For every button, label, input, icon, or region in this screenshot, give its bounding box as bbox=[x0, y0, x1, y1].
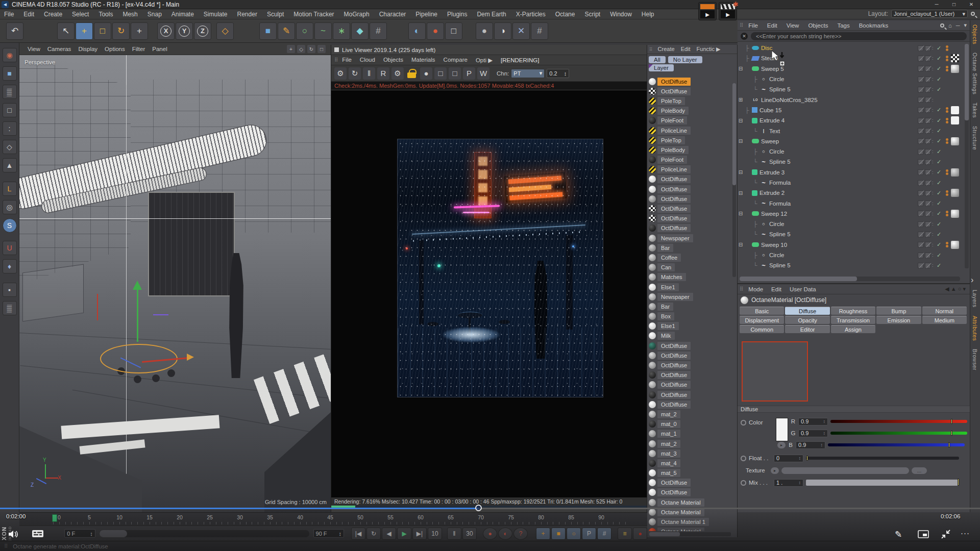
video-progress-played[interactable] bbox=[0, 508, 478, 509]
render-visibility-toggle[interactable] bbox=[925, 201, 930, 206]
transport-button[interactable]: ◐ bbox=[498, 528, 512, 540]
editor-visibility-toggle[interactable] bbox=[918, 242, 923, 247]
live-viewer-tool-icon[interactable]: R bbox=[377, 67, 389, 80]
material-menu-item[interactable]: Edit bbox=[681, 46, 691, 53]
menu-item[interactable]: Edit bbox=[23, 11, 34, 18]
material-item[interactable]: OctDiffuse bbox=[647, 360, 733, 370]
timeline-scrollbar[interactable] bbox=[100, 530, 309, 537]
texture-path-field[interactable] bbox=[781, 467, 909, 474]
enable-checkmark[interactable]: ✓ bbox=[937, 252, 943, 259]
material-item[interactable]: OctDiffuse bbox=[647, 174, 733, 184]
render-visibility-toggle[interactable] bbox=[925, 45, 930, 51]
editor-visibility-toggle[interactable] bbox=[918, 232, 923, 237]
close-button[interactable]: ✕ bbox=[963, 0, 980, 9]
panel-menu-icon[interactable]: ▾ bbox=[964, 22, 967, 29]
enable-checkmark[interactable]: ✓ bbox=[937, 138, 943, 144]
object-tree-row[interactable]: └ Spline 5 : ✓ bbox=[738, 84, 962, 94]
live-viewer-tool-icon[interactable]: ‖ bbox=[363, 67, 375, 80]
menu-item[interactable]: Window bbox=[610, 11, 632, 18]
attribute-menu-item[interactable]: User Data bbox=[790, 286, 816, 292]
miniplayer-icon[interactable] bbox=[918, 530, 929, 538]
visibility-dots[interactable]: : bbox=[932, 190, 935, 195]
object-tree-row[interactable]: ⊟ Extrude 2 : ✓ bbox=[738, 188, 962, 198]
maximize-button[interactable]: □ bbox=[945, 0, 963, 9]
live-viewer-tool-icon[interactable]: ⚙ bbox=[334, 67, 347, 80]
material-item[interactable]: OctDiffuse bbox=[647, 488, 733, 497]
current-frame-field[interactable]: 0 F↕ bbox=[64, 529, 95, 538]
texture-expand-button[interactable]: ▸ bbox=[771, 467, 779, 474]
toolbar-icon[interactable]: ◇ bbox=[216, 22, 234, 40]
material-item[interactable]: OctDiffuse bbox=[647, 390, 733, 399]
material-item[interactable]: Bar bbox=[647, 243, 733, 253]
color-preview-box[interactable] bbox=[742, 341, 808, 402]
editor-visibility-toggle[interactable] bbox=[918, 253, 923, 258]
enable-checkmark[interactable]: ✓ bbox=[937, 231, 943, 238]
zoom-view-icon[interactable]: ◇ bbox=[297, 45, 305, 53]
toolbar-icon[interactable]: ✎ bbox=[278, 22, 295, 40]
object-tree-row[interactable]: └ Text : ✓ bbox=[738, 126, 962, 136]
toolbar-icon[interactable]: ○ bbox=[296, 22, 313, 40]
render-visibility-toggle[interactable] bbox=[925, 263, 930, 268]
enable-checkmark[interactable]: ✓ bbox=[937, 241, 943, 248]
b-slider[interactable] bbox=[828, 443, 965, 446]
object-menu-item[interactable]: Tags bbox=[837, 22, 849, 29]
viewport-menu-item[interactable]: Options bbox=[105, 46, 125, 52]
enable-checkmark[interactable]: ✓ bbox=[937, 45, 943, 52]
editor-visibility-toggle[interactable] bbox=[918, 211, 923, 216]
object-tree-row[interactable]: └ Spline 5 : ✓ bbox=[738, 229, 962, 239]
object-hscrollbar[interactable] bbox=[740, 277, 960, 281]
toolbar-icon[interactable]: # bbox=[370, 22, 387, 40]
b-expand-button[interactable]: ▸ bbox=[777, 442, 786, 448]
attribute-nav-icons[interactable]: ◀ ▲ ○ ▾ bbox=[945, 286, 966, 292]
material-item[interactable]: mat_1 bbox=[647, 429, 733, 439]
toolbar-icon[interactable]: □ bbox=[94, 22, 111, 40]
minimize-button[interactable]: ─ bbox=[928, 0, 945, 9]
enable-checkmark[interactable]: ✓ bbox=[937, 128, 943, 134]
menu-item[interactable]: Simulate bbox=[204, 11, 228, 18]
render-visibility-toggle[interactable] bbox=[925, 190, 930, 196]
enable-checkmark[interactable]: ✓ bbox=[937, 107, 943, 113]
material-item[interactable]: PoliceLine bbox=[647, 165, 733, 174]
search-icon[interactable] bbox=[971, 12, 975, 16]
b-value-field[interactable]: 0.9↕ bbox=[796, 441, 825, 449]
panel-expand-icon[interactable]: › bbox=[971, 276, 973, 285]
transport-button[interactable]: ▶ bbox=[397, 528, 411, 540]
object-tree-row[interactable]: ⊞ LineDoNotCros_3825 : ✓ bbox=[738, 94, 962, 105]
editor-visibility-toggle[interactable] bbox=[918, 138, 923, 144]
editor-visibility-toggle[interactable] bbox=[918, 87, 923, 92]
tool-icon[interactable]: ■ bbox=[3, 66, 17, 81]
live-viewer-menu-item[interactable]: Cloud bbox=[360, 57, 375, 64]
material-item[interactable]: PoleFoot bbox=[647, 116, 733, 126]
object-tree-row[interactable]: ⊟ Sweep : ✓ bbox=[738, 136, 962, 146]
transport-button[interactable]: ↻ bbox=[366, 528, 381, 540]
viewport-canvas[interactable]: Perspective bbox=[19, 55, 331, 512]
toolbar-icon[interactable]: ■ bbox=[259, 22, 277, 40]
menu-item[interactable]: Help bbox=[642, 11, 654, 18]
material-item[interactable]: PoleTop bbox=[647, 135, 733, 145]
material-item[interactable]: PoleBody bbox=[647, 145, 733, 155]
visibility-dots[interactable]: : bbox=[932, 118, 935, 123]
menu-item[interactable]: Create bbox=[44, 11, 62, 18]
toolbar-icon[interactable]: ↶ bbox=[6, 22, 23, 40]
object-scrollbar[interactable] bbox=[965, 44, 969, 268]
captions-icon[interactable] bbox=[32, 530, 44, 539]
toolbar-icon[interactable]: Z bbox=[194, 22, 211, 40]
render-visibility-toggle[interactable] bbox=[925, 97, 930, 103]
enable-checkmark[interactable]: ✓ bbox=[937, 221, 943, 228]
mix-value-field[interactable]: 1 .↕ bbox=[774, 479, 803, 487]
menu-item[interactable]: Octane bbox=[555, 11, 575, 18]
float-value-field[interactable]: 0↕ bbox=[774, 455, 803, 462]
menu-item[interactable]: File bbox=[4, 11, 14, 18]
object-tree-row[interactable]: └ Formula : ✓ bbox=[738, 178, 962, 188]
enable-checkmark[interactable]: ✓ bbox=[937, 210, 943, 217]
visibility-dots[interactable]: : bbox=[932, 201, 935, 206]
live-viewer-tool-icon[interactable] bbox=[406, 67, 418, 80]
editor-visibility-toggle[interactable] bbox=[918, 107, 923, 113]
object-search-icon[interactable] bbox=[940, 23, 944, 28]
render-visibility-toggle[interactable] bbox=[925, 253, 930, 258]
enable-checkmark[interactable]: ✓ bbox=[937, 76, 943, 83]
enable-checkmark[interactable]: ✓ bbox=[937, 55, 943, 62]
live-viewer-menu-item[interactable]: Compare bbox=[444, 57, 468, 64]
visibility-dots[interactable]: : bbox=[932, 170, 935, 175]
object-tree-row[interactable]: ⊟ Sweep 12 : ✓ bbox=[738, 209, 962, 219]
